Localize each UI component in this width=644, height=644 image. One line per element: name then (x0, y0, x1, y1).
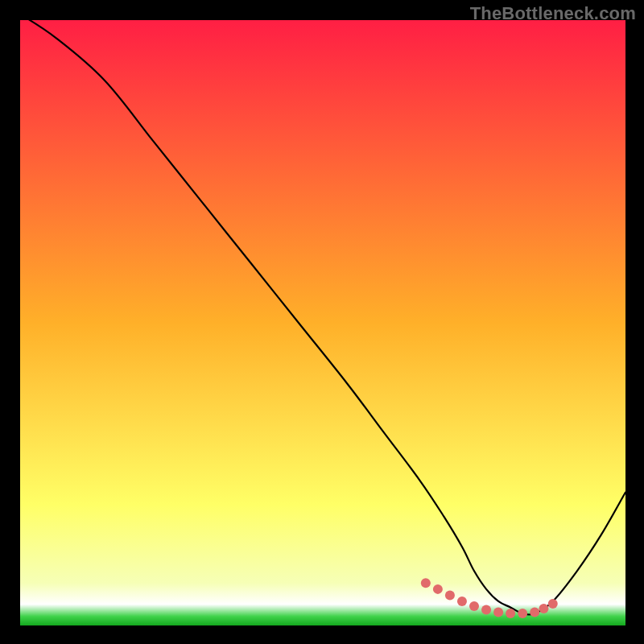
marker-point (518, 609, 527, 618)
marker-point (469, 601, 479, 611)
marker-point (548, 599, 558, 609)
marker-point (493, 607, 503, 617)
plot-background (20, 20, 625, 625)
marker-point (481, 605, 491, 614)
watermark-text: TheBottleneck.com (470, 3, 636, 24)
marker-point (530, 607, 539, 617)
marker-point (457, 597, 467, 606)
marker-point (506, 609, 515, 618)
marker-point (539, 604, 548, 613)
marker-point (421, 578, 431, 588)
marker-point (445, 590, 455, 600)
marker-point (433, 584, 443, 594)
chart-svg (0, 0, 644, 644)
bottleneck-chart: TheBottleneck.com (0, 0, 644, 644)
